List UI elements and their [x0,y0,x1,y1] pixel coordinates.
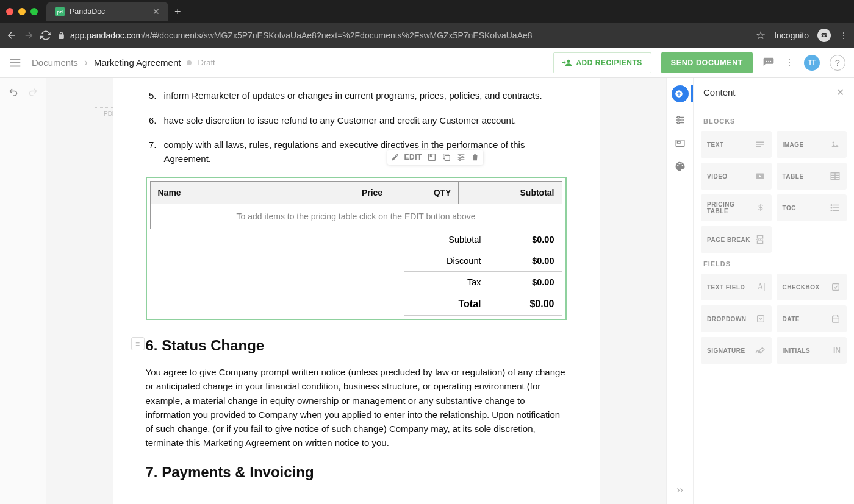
duplicate-icon[interactable] [442,152,451,162]
collapse-panel-button[interactable]: ›› [676,484,683,495]
section-6[interactable]: ≡ 6. Status Change [146,337,567,354]
minimize-window-button[interactable] [18,8,26,15]
svg-point-6 [768,60,769,62]
section-title[interactable]: 7. Payments & Invoicing [146,464,567,481]
svg-point-0 [822,35,824,37]
col-subtotal: Subtotal [459,182,562,204]
avatar[interactable]: TT [804,55,820,71]
catalog-tab-button[interactable] [675,138,686,149]
dropdown-icon [756,314,766,324]
pencil-icon[interactable] [391,153,400,161]
browser-tab[interactable]: pd PandaDoc ✕ [46,2,168,21]
svg-rect-45 [757,316,764,322]
placeholder-row: To add items to the pricing table click … [150,204,562,229]
close-panel-icon[interactable]: ✕ [836,87,844,98]
drag-handle-icon[interactable]: ≡ [131,337,145,350]
image-icon [830,139,841,150]
design-tab-button[interactable] [675,161,686,172]
video-icon [755,171,766,182]
bookmark-icon[interactable]: ☆ [756,29,766,42]
block-video[interactable]: VIDEO [701,163,772,190]
tab-bar: pd PandaDoc ✕ + [0,0,854,23]
back-button[interactable] [6,30,17,41]
maximize-window-button[interactable] [30,8,38,15]
reload-button[interactable] [40,30,51,41]
field-dropdown[interactable]: DROPDOWN [701,305,772,332]
svg-point-15 [462,157,464,158]
comments-button[interactable] [762,57,775,69]
redo-button[interactable] [27,87,38,98]
svg-point-14 [459,154,461,156]
field-initials[interactable]: INITIALS IN [777,337,847,364]
close-tab-icon[interactable]: ✕ [152,7,160,16]
svg-point-22 [681,119,683,121]
incognito-icon [817,29,831,42]
field-checkbox[interactable]: CHECKBOX [777,274,847,300]
canvas[interactable]: PDF page break 5. inform Remarketer of u… [46,78,666,504]
blocks-section-label: BLOCKS [703,118,844,125]
tab-title: PandaDoc [70,7,105,16]
breadcrumb-root[interactable]: Documents [32,57,78,68]
new-tab-button[interactable]: + [174,5,181,18]
window-controls [6,8,46,15]
chevron-right-icon: › [84,56,88,69]
block-toc[interactable]: TOC [777,194,847,221]
forward-button[interactable] [23,30,34,41]
trash-icon[interactable] [471,153,479,161]
send-document-button[interactable]: SEND DOCUMENT [661,52,753,73]
content-panel: Content ✕ BLOCKS TEXT IMAGE VIDEO T [693,78,854,504]
svg-rect-41 [757,235,762,238]
block-text[interactable]: TEXT [701,131,772,158]
svg-point-39 [831,207,832,208]
section-body[interactable]: You agree to give Company prompt written… [146,365,567,450]
field-date[interactable]: DATE [777,305,847,332]
edit-label[interactable]: EDIT [404,153,422,161]
block-table[interactable]: TABLE [777,163,847,190]
text-lines-icon [755,139,766,150]
svg-point-5 [766,60,767,62]
svg-rect-10 [445,155,450,160]
app-header: Documents › Marketing Agreement Draft AD… [0,48,854,78]
add-recipients-button[interactable]: ADD RECIPIENTS [553,52,651,73]
menu-button[interactable] [9,56,22,69]
tab-favicon: pd [55,7,65,16]
save-template-icon[interactable] [427,152,437,162]
add-person-icon [562,58,572,68]
block-page-break[interactable]: PAGE BREAK [701,226,772,253]
settings-icon[interactable] [456,152,466,162]
pricing-summary: Subtotal$0.00 Discount$0.00 Tax$0.00 Tot… [404,229,562,316]
browser-menu-icon[interactable]: ⋮ [839,30,848,40]
variables-tab-button[interactable] [675,115,686,126]
more-menu-button[interactable]: ⋮ [784,57,794,68]
document-title[interactable]: Marketing Agreement [94,57,181,68]
svg-rect-44 [833,284,839,291]
field-signature[interactable]: SIGNATURE [701,337,772,364]
svg-rect-9 [430,154,432,157]
close-window-button[interactable] [6,8,13,15]
address-bar: app.pandadoc.com/a/#/documents/swMGZx5P7… [0,23,854,48]
list-item[interactable]: 7. comply with all laws, rules, regulati… [146,138,567,166]
panel-title: Content [703,87,736,98]
checkbox-icon [831,282,841,292]
svg-point-38 [831,205,832,206]
col-price: Price [315,182,390,204]
block-image[interactable]: IMAGE [777,131,847,158]
block-pricing-table[interactable]: PRICING TABLE [701,194,772,221]
pricing-table-block[interactable]: Name Price QTY Subtotal To add items to … [146,177,567,320]
svg-rect-25 [677,141,680,143]
list-item[interactable]: 5. inform Remarketer of updates or chang… [146,89,567,103]
content-tab-button[interactable] [672,85,689,102]
text-cursor-icon: A| [758,282,766,292]
svg-point-16 [459,159,461,161]
url-field[interactable]: app.pandadoc.com/a/#/documents/swMGZx5P7… [57,30,750,40]
summary-total-row: Total$0.00 [404,293,562,316]
signature-icon [755,345,766,356]
list-item[interactable]: 6. have sole discretion to issue refund … [146,114,567,128]
summary-row: Tax$0.00 [404,272,562,293]
document-page: 5. inform Remarketer of updates or chang… [113,78,600,504]
undo-button[interactable] [9,87,20,98]
field-text[interactable]: TEXT FIELD A| [701,274,772,300]
left-gutter [0,78,46,504]
help-button[interactable]: ? [830,55,845,71]
section-title: 6. Status Change [146,337,567,354]
